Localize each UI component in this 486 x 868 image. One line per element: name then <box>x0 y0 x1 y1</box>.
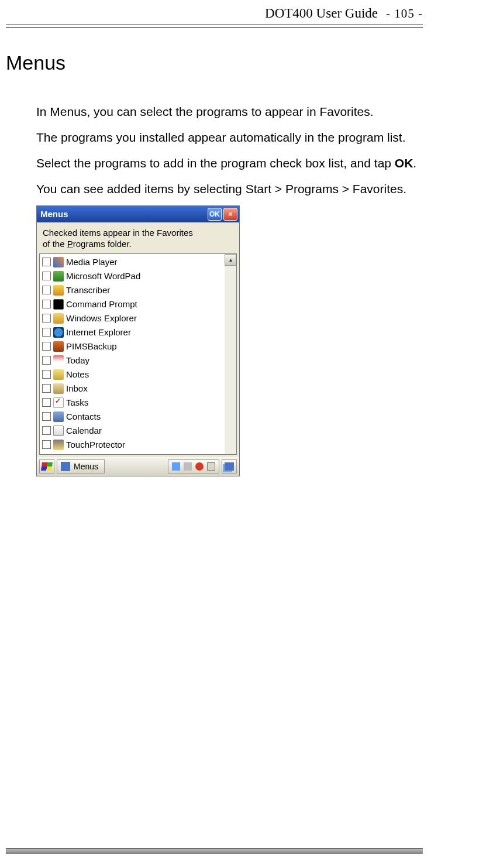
list-item[interactable]: PIMSBackup <box>41 339 225 354</box>
list-item[interactable]: Today <box>41 354 225 368</box>
checkbox[interactable] <box>42 258 51 266</box>
content: Menus In Menus, you can select the progr… <box>0 28 486 476</box>
list-item-label: Media Player <box>66 257 118 267</box>
scroll-up-button[interactable]: ▴ <box>225 254 236 266</box>
list-item-label: Microsoft WordPad <box>66 271 140 281</box>
running-programs-icon <box>225 462 234 471</box>
list-item-label: Internet Explorer <box>66 327 131 337</box>
list-item-label: Calendar <box>66 426 102 435</box>
windows-explorer-icon <box>53 313 64 324</box>
dialog-titlebar[interactable]: Menus OK × <box>37 206 239 222</box>
caption-accel: P <box>67 239 73 249</box>
checkbox[interactable] <box>42 272 51 280</box>
checkbox[interactable] <box>42 300 51 308</box>
page-header: DOT400 User Guide - 105 - <box>0 6 486 25</box>
dialog-caption: Checked items appear in the Favorites of… <box>37 222 239 253</box>
list-item[interactable]: Tasks <box>41 396 225 410</box>
dialog-title: Menus <box>40 209 68 219</box>
list-item-label: Tasks <box>66 397 88 407</box>
list-item[interactable]: Contacts <box>41 410 225 424</box>
paragraph: In Menus, you can select the programs to… <box>36 100 423 123</box>
scroll-track[interactable] <box>225 266 236 454</box>
pimsbackup-icon <box>53 341 64 352</box>
text-bold: OK <box>395 156 413 170</box>
list-item[interactable]: Media Player <box>41 255 225 269</box>
header-title: DOT400 User Guide <box>265 6 378 21</box>
tasks-icon <box>53 397 64 408</box>
media-player-icon <box>53 257 64 267</box>
list-item-label: Today <box>66 355 89 365</box>
list-item-label: TouchProtector <box>66 440 125 450</box>
list-item[interactable]: Inbox <box>41 382 225 396</box>
list-item[interactable]: Windows Explorer <box>41 311 225 325</box>
text: . <box>413 156 416 170</box>
checkbox[interactable] <box>42 356 51 365</box>
body-text: In Menus, you can select the programs to… <box>6 100 423 201</box>
status-tray-icon[interactable] <box>195 462 204 471</box>
transcriber-icon <box>53 285 64 296</box>
inbox-icon <box>53 383 64 394</box>
menus-dialog: Menus OK × Checked items appear in the F… <box>36 205 240 476</box>
wordpad-icon <box>53 271 64 282</box>
close-button[interactable]: × <box>223 208 237 221</box>
list-item-label: Command Prompt <box>66 299 137 309</box>
start-button[interactable] <box>39 459 54 474</box>
list-item-label: PIMSBackup <box>66 341 117 351</box>
list-item-label: Inbox <box>66 383 88 393</box>
today-icon <box>53 355 64 366</box>
calendar-icon <box>53 426 64 436</box>
taskbar: Menus <box>37 457 239 476</box>
caption-text: rograms folder. <box>73 239 132 249</box>
touchprotector-icon <box>53 440 64 450</box>
system-tray[interactable] <box>168 459 219 474</box>
ok-button[interactable]: OK <box>208 208 222 221</box>
checkbox[interactable] <box>42 328 51 337</box>
running-programs-button[interactable] <box>222 459 237 474</box>
checkbox[interactable] <box>42 412 51 421</box>
list-item[interactable]: Internet Explorer <box>41 325 225 339</box>
taskbar-app-button[interactable]: Menus <box>57 459 105 474</box>
list-item-label: Transcriber <box>66 285 110 295</box>
checkbox[interactable] <box>42 440 51 449</box>
notes-icon <box>53 369 64 380</box>
command-prompt-icon <box>53 299 64 310</box>
bluetooth-tray-icon[interactable] <box>172 462 180 471</box>
header-page-number: - 105 - <box>386 6 423 21</box>
list-item-label: Notes <box>66 369 89 379</box>
list-item[interactable]: Microsoft WordPad <box>41 269 225 283</box>
program-list-body[interactable]: Media Player Microsoft WordPad Transcrib… <box>40 254 225 454</box>
list-item[interactable]: Calendar <box>41 424 225 438</box>
list-item[interactable]: Transcriber <box>41 283 225 297</box>
page: DOT400 User Guide - 105 - Menus In Menus… <box>0 0 486 868</box>
taskbar-app-label: Menus <box>74 462 98 471</box>
page-title: Menus <box>6 52 423 74</box>
scrollbar[interactable]: ▴ <box>225 254 236 454</box>
caption-text: of the <box>43 239 67 249</box>
volume-tray-icon[interactable] <box>184 462 192 471</box>
text: Select the programs to add in the progra… <box>36 156 395 170</box>
list-item-label: Windows Explorer <box>66 313 137 323</box>
list-item[interactable]: Notes <box>41 368 225 382</box>
checkbox[interactable] <box>42 342 51 351</box>
paragraph: The programs you installed appear automa… <box>36 126 423 149</box>
list-item-label: Contacts <box>66 411 101 421</box>
checkbox[interactable] <box>42 286 51 294</box>
list-item[interactable]: Command Prompt <box>41 297 225 311</box>
menus-app-icon <box>61 462 70 471</box>
checkbox[interactable] <box>42 426 51 435</box>
contacts-icon <box>53 411 64 422</box>
caption-text: Checked items appear in the Favorites <box>43 228 193 238</box>
internet-explorer-icon <box>53 327 64 338</box>
program-list: Media Player Microsoft WordPad Transcrib… <box>39 253 237 455</box>
checkbox[interactable] <box>42 384 51 393</box>
paragraph: You can see added items by selecting Sta… <box>36 177 423 201</box>
paragraph: Select the programs to add in the progra… <box>36 152 423 175</box>
checkbox[interactable] <box>42 370 51 379</box>
page-footer-bar <box>6 848 423 854</box>
checkbox[interactable] <box>42 314 51 323</box>
keyboard-tray-icon[interactable] <box>207 462 215 471</box>
windows-flag-icon <box>41 462 53 471</box>
checkbox[interactable] <box>42 398 51 407</box>
list-item[interactable]: TouchProtector <box>41 438 225 452</box>
